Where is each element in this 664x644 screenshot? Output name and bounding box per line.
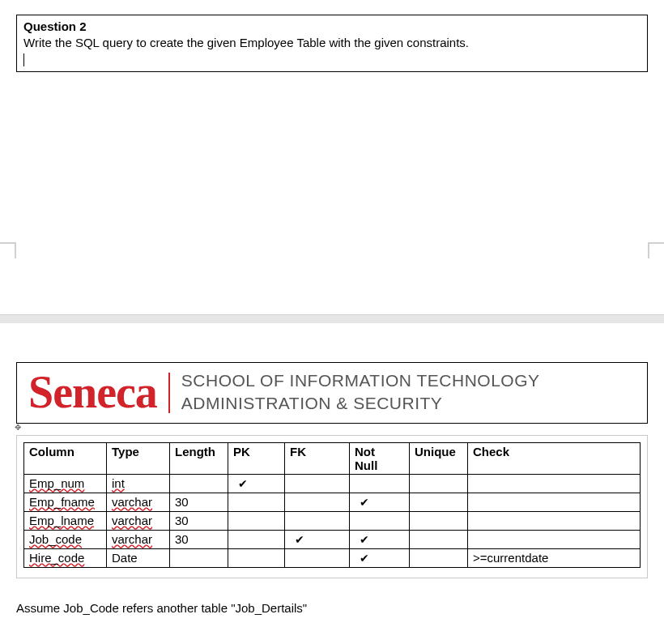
cell-unique	[410, 474, 468, 493]
checkmark-icon: ✔	[238, 477, 248, 490]
th-length: Length	[170, 442, 228, 474]
cell-pk	[228, 530, 285, 548]
cell-not-null: ✔	[350, 530, 410, 548]
cell-unique	[410, 548, 468, 567]
letterhead: Seneca SCHOOL OF INFORMATION TECHNOLOGY …	[16, 362, 648, 424]
cell-check: >=currentdate	[468, 548, 641, 567]
th-check: Check	[468, 442, 641, 474]
seneca-logo: Seneca	[28, 369, 168, 415]
cell-length	[170, 548, 228, 567]
th-column: Column	[24, 442, 107, 474]
checkmark-icon: ✔	[360, 496, 369, 509]
margin-mark-right-icon	[648, 242, 664, 258]
schema-table: Column Type Length PK FK Not Null Unique…	[23, 442, 641, 568]
table-row: Hire_codeDate✔>=currentdate	[24, 548, 641, 567]
cell-column: Emp_fname	[24, 493, 107, 511]
question-title: Question 2	[23, 19, 87, 33]
cell-fk	[285, 548, 350, 567]
th-pk: PK	[228, 442, 285, 474]
cell-unique	[410, 511, 468, 530]
cell-length: 30	[170, 530, 228, 548]
margin-mark-left-icon	[0, 242, 16, 258]
cell-pk	[228, 493, 285, 511]
cell-fk	[285, 474, 350, 493]
table-move-handle-icon[interactable]: ✥	[15, 424, 648, 432]
footnote: Assume Job_Code refers another table "Jo…	[16, 601, 648, 615]
cell-check	[468, 511, 641, 530]
cell-not-null	[350, 511, 410, 530]
th-type: Type	[107, 442, 170, 474]
schema-header-row: Column Type Length PK FK Not Null Unique…	[24, 442, 641, 474]
th-fk: FK	[285, 442, 350, 474]
cell-column: Emp_lname	[24, 511, 107, 530]
cell-column: Job_code	[24, 530, 107, 548]
cell-column: Hire_code	[24, 548, 107, 567]
cell-type: Date	[107, 548, 170, 567]
subtitle-line-2: ADMINISTRATION & SECURITY	[181, 394, 442, 412]
question-box: Question 2 Write the SQL query to create…	[16, 15, 648, 72]
cell-column: Emp_num	[24, 474, 107, 493]
cell-fk	[285, 493, 350, 511]
page-gap	[0, 314, 664, 323]
checkmark-icon: ✔	[295, 533, 304, 546]
checkmark-icon: ✔	[360, 533, 369, 546]
cell-length	[170, 474, 228, 493]
text-cursor-icon	[23, 53, 24, 66]
cell-check	[468, 474, 641, 493]
cell-check	[468, 530, 641, 548]
cell-length: 30	[170, 493, 228, 511]
th-not-null: Not Null	[350, 442, 410, 474]
cell-type: varchar	[107, 511, 170, 530]
table-row: Emp_lnamevarchar30	[24, 511, 641, 530]
cell-length: 30	[170, 511, 228, 530]
cell-pk	[228, 548, 285, 567]
cell-type: varchar	[107, 493, 170, 511]
checkmark-icon: ✔	[360, 552, 369, 565]
cell-type: int	[107, 474, 170, 493]
cell-not-null: ✔	[350, 548, 410, 567]
schema-table-wrapper: Column Type Length PK FK Not Null Unique…	[16, 435, 648, 578]
table-row: Emp_fnamevarchar30✔	[24, 493, 641, 511]
cell-unique	[410, 530, 468, 548]
cell-pk	[228, 511, 285, 530]
cell-not-null: ✔	[350, 493, 410, 511]
th-unique: Unique	[410, 442, 468, 474]
page-break	[0, 72, 664, 323]
table-row: Job_codevarchar30✔✔	[24, 530, 641, 548]
vertical-divider-icon	[168, 373, 170, 413]
cell-fk: ✔	[285, 530, 350, 548]
question-prompt: Write the SQL query to create the given …	[23, 36, 469, 49]
cell-fk	[285, 511, 350, 530]
cell-type: varchar	[107, 530, 170, 548]
cell-check	[468, 493, 641, 511]
table-row: Emp_numint✔	[24, 474, 641, 493]
cell-not-null	[350, 474, 410, 493]
cell-pk: ✔	[228, 474, 285, 493]
cell-unique	[410, 493, 468, 511]
subtitle-line-1: SCHOOL OF INFORMATION TECHNOLOGY	[181, 371, 540, 390]
school-subtitle: SCHOOL OF INFORMATION TECHNOLOGY ADMINIS…	[181, 369, 540, 414]
